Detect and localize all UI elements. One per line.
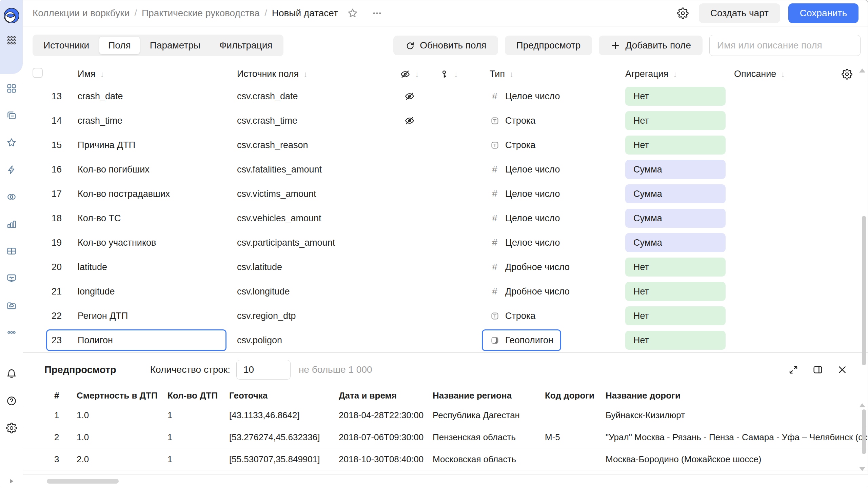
sort-arrow-icon: ↓ [100, 69, 104, 79]
field-name-cell[interactable]: 23 Полигон [46, 329, 226, 351]
save-button[interactable]: Сохранить [788, 3, 859, 23]
field-name-cell[interactable]: 21 longitude [46, 281, 226, 302]
field-aggregation-select[interactable]: Нет [625, 87, 726, 106]
notifications-bell-icon[interactable] [0, 360, 23, 387]
field-row: 15 Причина ДТП csv.crash_reason Строка Н… [23, 133, 868, 157]
preview-scrollbar-thumb[interactable] [862, 409, 866, 454]
column-header-aggregation[interactable]: Агрегация ↓ [603, 69, 715, 79]
sidebar-expand-button[interactable] [0, 474, 23, 488]
field-aggregation-select[interactable]: Нет [625, 258, 726, 277]
field-row: 20 latitude csv.latitude # Дробное число… [23, 255, 868, 279]
eye-off-icon [400, 69, 410, 79]
field-name-cell[interactable]: 14 crash_time [46, 110, 226, 131]
field-aggregation-select[interactable]: Сумма [625, 233, 726, 252]
field-aggregation-select[interactable]: Сумма [625, 184, 726, 203]
field-aggregation-select[interactable]: Сумма [625, 209, 726, 228]
expand-preview-icon[interactable] [787, 363, 800, 377]
field-name: Регион ДТП [68, 311, 225, 321]
field-type-select[interactable]: # Дробное число [482, 256, 577, 278]
field-name-cell[interactable]: 22 Регион ДТП [46, 305, 226, 327]
create-chart-button[interactable]: Создать чарт [699, 3, 780, 23]
field-name-cell[interactable]: 19 Кол-во участников [46, 232, 226, 253]
sidebar-item-connections[interactable] [0, 156, 23, 183]
column-header-name[interactable]: Имя ↓ [67, 69, 226, 79]
column-header-key[interactable]: ↓ [427, 69, 460, 79]
dock-right-panel-icon[interactable] [811, 363, 825, 377]
field-aggregation-select[interactable]: Нет [625, 111, 726, 130]
field-type-select[interactable]: # Целое число [482, 232, 568, 253]
column-aggregation-label: Агрегация [625, 69, 668, 79]
sidebar-item-dashboards[interactable] [0, 238, 23, 265]
column-header-hidden[interactable]: ↓ [393, 69, 427, 79]
dataset-settings-gear-icon[interactable] [675, 5, 691, 21]
field-type-select[interactable]: Строка [482, 305, 543, 327]
field-name-cell[interactable]: 20 latitude [46, 256, 226, 278]
favorite-star-icon[interactable] [347, 7, 358, 19]
column-header-source[interactable]: Источник поля ↓ [226, 69, 393, 79]
string-type-icon [490, 141, 500, 150]
tab-parameters[interactable]: Параметры [141, 37, 209, 54]
preview-scroll-down-arrow[interactable] [859, 467, 865, 471]
select-all-checkbox[interactable] [33, 68, 43, 78]
dataset-tabs: Источники Поля Параметры Фильтрация [33, 35, 283, 56]
field-type-select[interactable]: Геополигон [482, 329, 561, 351]
preview-cell: Буйнакск-Кизилюрт [606, 410, 868, 421]
field-type-select[interactable]: Строка [482, 134, 543, 156]
tab-sources[interactable]: Источники [35, 37, 98, 54]
apps-grid-icon[interactable] [0, 28, 23, 53]
sort-arrow-icon: ↓ [415, 69, 419, 79]
preview-cell: [55.530707,35.849901] [229, 454, 339, 465]
field-name: Полигон [68, 335, 225, 346]
field-aggregation-select[interactable]: Нет [625, 136, 726, 155]
close-preview-icon[interactable] [835, 363, 849, 377]
preview-cell: 1 [167, 432, 229, 443]
field-type-select[interactable]: # Целое число [482, 159, 568, 180]
field-hidden-eye-off-icon[interactable] [393, 116, 427, 126]
datalens-logo[interactable] [4, 8, 19, 23]
fields-scrollbar-thumb[interactable] [862, 216, 866, 365]
field-type-label: Дробное число [505, 286, 570, 297]
more-actions-icon[interactable] [372, 8, 382, 18]
field-type-select[interactable]: # Целое число [482, 85, 568, 107]
field-aggregation-select[interactable]: Нет [625, 306, 726, 325]
sidebar-item-datasets[interactable] [0, 183, 23, 210]
field-type-select[interactable]: # Дробное число [482, 281, 577, 302]
column-header-type[interactable]: Тип ↓ [460, 69, 603, 79]
field-aggregation-select[interactable]: Нет [625, 282, 726, 301]
add-field-button[interactable]: Добавить поле [599, 36, 703, 55]
field-type-select[interactable]: Строка [482, 110, 543, 131]
horizontal-scrollbar-thumb[interactable] [47, 479, 119, 484]
scroll-up-arrow[interactable] [859, 68, 865, 73]
refresh-fields-button[interactable]: Обновить поля [393, 36, 498, 55]
breadcrumb-guides[interactable]: Практические руководства [142, 8, 260, 19]
sidebar-item-monitoring[interactable] [0, 265, 23, 292]
field-name-cell[interactable]: 18 Кол-во ТС [46, 207, 226, 229]
field-type-select[interactable]: # Целое число [482, 183, 568, 205]
tab-filtering[interactable]: Фильтрация [211, 37, 281, 54]
sidebar-item-charts[interactable] [0, 210, 23, 238]
sidebar-item-cloud-storage[interactable] [0, 292, 23, 319]
field-name-cell[interactable]: 16 Кол-во погибших [46, 159, 226, 180]
breadcrumb-collections[interactable]: Коллекции и воркбуки [33, 8, 130, 19]
row-count-input[interactable] [236, 360, 291, 380]
field-aggregation-select[interactable]: Нет [625, 331, 726, 350]
field-name-cell[interactable]: 17 Кол-во пострадавших [46, 183, 226, 205]
field-name-cell[interactable]: 15 Причина ДТП [46, 134, 226, 156]
column-header-description[interactable]: Описание ↓ [715, 69, 816, 79]
field-row: 14 crash_time csv.crash_time Строка Нет [23, 108, 868, 133]
field-search-input[interactable] [709, 35, 861, 56]
field-type-select[interactable]: # Целое число [482, 207, 568, 229]
field-aggregation-select[interactable]: Сумма [625, 160, 726, 179]
sidebar-item-collections[interactable] [0, 75, 23, 102]
field-name-cell[interactable]: 13 crash_date [46, 85, 226, 107]
preview-scroll-up-arrow[interactable] [859, 403, 865, 407]
sidebar-item-favorites[interactable] [0, 129, 23, 156]
field-hidden-eye-off-icon[interactable] [393, 91, 427, 101]
tab-fields[interactable]: Поля [99, 37, 140, 54]
settings-gear-icon[interactable] [0, 414, 23, 442]
sidebar-item-more[interactable] [0, 319, 23, 346]
preview-toggle-button[interactable]: Предпросмотр [505, 36, 592, 55]
sidebar-item-workbooks[interactable] [0, 102, 23, 129]
help-icon[interactable] [0, 387, 23, 414]
horizontal-scrollbar [23, 474, 868, 488]
